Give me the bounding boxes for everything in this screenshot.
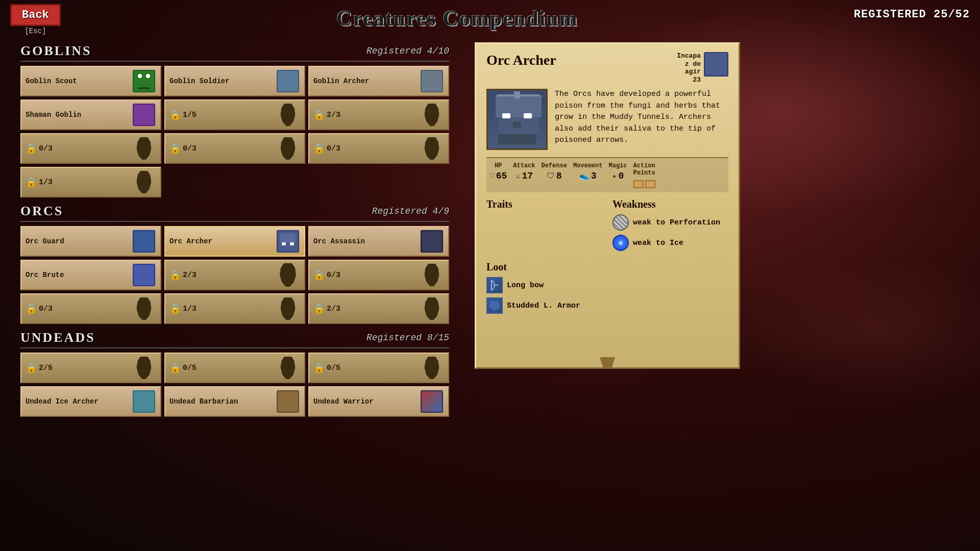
silhouette — [132, 296, 156, 321]
orc-archer-sprite — [276, 229, 300, 254]
creature-name: Goblin Scout — [26, 77, 132, 85]
lock-icon: 🔒 — [26, 303, 37, 314]
card-locked-8[interactable]: 🔒 0/3 — [308, 260, 449, 290]
silhouette — [420, 136, 444, 161]
stat-label-attack: Attack — [513, 162, 535, 169]
stat-label-action-points: ActionPoints — [633, 162, 655, 177]
card-locked-4[interactable]: 🔒 0/3 — [164, 133, 305, 164]
silhouette — [420, 263, 444, 287]
locked-count: 0/3 — [39, 305, 132, 313]
lock-icon: 🔒 — [169, 143, 181, 154]
card-locked-1[interactable]: 🔒 1/5 — [164, 99, 305, 130]
shield-icon: 🛡 — [547, 171, 555, 181]
locked-count: 1/3 — [39, 178, 132, 187]
silhouette — [420, 296, 444, 321]
card-locked-5[interactable]: 🔒 0/3 — [308, 133, 449, 164]
lock-icon: 🔒 — [169, 362, 181, 373]
creature-name: Goblin Archer — [313, 77, 420, 85]
lock-icon: 🔒 — [26, 143, 37, 154]
lock-icon: 🔒 — [313, 269, 325, 281]
card-locked-11[interactable]: 🔒 2/3 — [308, 293, 449, 324]
detail-description: The Orcs have developed a powerful poiso… — [555, 89, 728, 150]
perforation-icon — [612, 214, 629, 231]
lock-icon: 🔒 — [313, 362, 325, 373]
esc-hint: [Esc] — [10, 27, 61, 35]
goblin-soldier-sprite — [276, 69, 300, 93]
silhouette — [420, 356, 444, 380]
undead-warrior-sprite — [420, 389, 444, 414]
card-orc-brute[interactable]: Orc Brute — [20, 260, 161, 290]
locked-count: 0/3 — [39, 144, 132, 153]
creature-name: Orc Guard — [26, 237, 132, 245]
locked-count: 0/3 — [327, 271, 420, 280]
card-locked-6[interactable]: 🔒 1/3 — [20, 167, 161, 197]
card-locked-3[interactable]: 🔒 0/3 — [20, 133, 161, 164]
stat-value-movement: 3 — [591, 171, 597, 181]
lock-icon: 🔒 — [313, 143, 325, 154]
section-registered-goblins: Registered 4/10 — [366, 46, 449, 56]
card-locked-7[interactable]: 🔒 2/3 — [164, 260, 305, 290]
silhouette — [420, 103, 444, 127]
stat-label-hp: HP — [495, 162, 502, 169]
lock-icon: 🔒 — [313, 303, 325, 314]
silhouette — [132, 356, 156, 380]
registered-total: REGISTERED 25/52 — [854, 8, 970, 21]
back-button[interactable]: Back — [10, 4, 61, 26]
lock-icon: 🔒 — [169, 109, 181, 120]
loot-section: Loot Long bow Studded L. — [486, 261, 728, 314]
locked-count: 1/3 — [183, 305, 276, 313]
stat-label-defense: Defense — [541, 162, 567, 169]
loot-name-bow: Long bow — [507, 281, 544, 290]
undead-ice-archer-sprite — [132, 389, 156, 414]
goblin-scout-sprite — [132, 69, 156, 93]
card-goblin-soldier[interactable]: Goblin Soldier — [164, 66, 305, 96]
weakness-label: Weakness — [612, 198, 728, 210]
stat-value-defense: 8 — [556, 171, 562, 181]
silhouette — [276, 263, 300, 287]
card-orc-guard[interactable]: Orc Guard — [20, 226, 161, 257]
panel-bottom-decoration — [600, 357, 615, 367]
locked-count: 0/3 — [183, 144, 276, 153]
creature-name: Orc Brute — [26, 271, 132, 279]
locked-count: 2/5 — [39, 364, 132, 372]
creature-name: Goblin Soldier — [169, 77, 276, 85]
weakness-item-ice: ❄ weak to Ice — [612, 235, 728, 251]
silhouette — [132, 170, 156, 194]
creatures-list[interactable]: GOBLINS Registered 4/10 Goblin Scout — [20, 37, 454, 522]
page-title: Creatures Compendium — [336, 6, 578, 31]
card-locked-13[interactable]: 🔒 0/5 — [164, 353, 305, 383]
lock-icon: 🔒 — [26, 177, 37, 188]
detail-panel: Orc Archer Incapaz deagir23 — [475, 42, 740, 369]
ap-box-2 — [645, 180, 655, 188]
stat-label-movement: Movement — [573, 162, 603, 169]
traits-section: Traits — [486, 198, 602, 255]
card-orc-assassin[interactable]: Orc Assassin — [308, 226, 449, 257]
shaman-goblin-sprite — [132, 103, 156, 127]
card-orc-archer[interactable]: Orc Archer — [164, 226, 305, 257]
loot-name-armor: Studded L. Armor — [507, 302, 580, 310]
silhouette — [276, 136, 300, 161]
card-locked-9[interactable]: 🔒 0/3 — [20, 293, 161, 324]
card-shaman-goblin[interactable]: Shaman Goblin — [20, 99, 161, 130]
creature-name: Orc Archer — [169, 237, 276, 245]
card-undead-warrior[interactable]: Undead Warrior — [308, 386, 449, 417]
card-undead-barbarian[interactable]: Undead Barbarian — [164, 386, 305, 417]
incapaz-badge: Incapaz deagir23 — [677, 52, 701, 84]
card-locked-2[interactable]: 🔒 2/3 — [308, 99, 449, 130]
lock-icon: 🔒 — [169, 269, 181, 281]
card-locked-12[interactable]: 🔒 2/5 — [20, 353, 161, 383]
card-locked-10[interactable]: 🔒 1/3 — [164, 293, 305, 324]
undead-barbarian-sprite — [276, 389, 300, 414]
section-goblins: GOBLINS Registered 4/10 — [20, 43, 449, 62]
lock-icon: 🔒 — [169, 303, 181, 314]
card-goblin-scout[interactable]: Goblin Scout — [20, 66, 161, 96]
orc-assassin-sprite — [420, 229, 444, 254]
card-locked-14[interactable]: 🔒 0/5 — [308, 353, 449, 383]
stat-label-magic: Magic — [609, 162, 627, 169]
weakness-section: Weakness weak to Perforation ❄ weak to I… — [612, 198, 728, 255]
section-registered-orcs: Registered 4/9 — [372, 206, 449, 216]
stat-value-hp: 65 — [496, 171, 507, 181]
card-goblin-archer[interactable]: Goblin Archer — [308, 66, 449, 96]
card-undead-ice-archer[interactable]: Undead Ice Archer — [20, 386, 161, 417]
goblin-archer-sprite — [420, 69, 444, 93]
